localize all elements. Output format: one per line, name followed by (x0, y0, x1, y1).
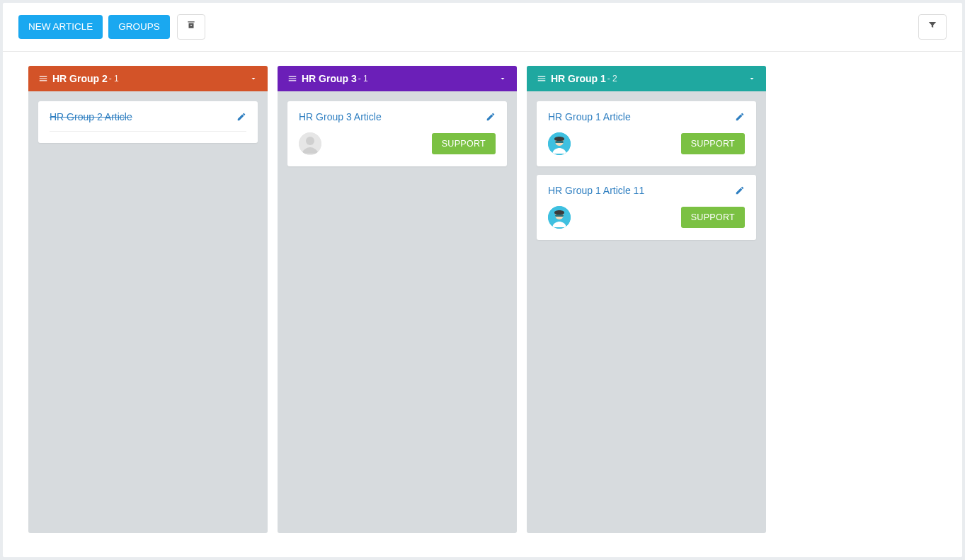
column-title: HR Group 2 (52, 73, 108, 84)
column: HR Group 1 - 2HR Group 1 ArticleSUPPORTH… (527, 66, 766, 533)
article-card[interactable]: HR Group 1 Article 11SUPPORT (537, 175, 756, 240)
column-header[interactable]: HR Group 1 - 2 (527, 66, 766, 91)
chevron-down-icon[interactable] (249, 74, 258, 83)
groups-button[interactable]: GROUPS (108, 15, 170, 40)
support-badge[interactable]: SUPPORT (681, 133, 745, 154)
filter-button[interactable] (918, 14, 947, 40)
avatar-placeholder-icon[interactable] (299, 132, 321, 155)
new-article-button[interactable]: NEW ARTICLE (18, 15, 103, 40)
column: HR Group 3 - 1HR Group 3 ArticleSUPPORT (278, 66, 517, 533)
article-title-link[interactable]: HR Group 1 Article (548, 111, 631, 122)
chevron-down-icon[interactable] (498, 74, 507, 83)
app-container: NEW ARTICLE GROUPS HR Group 2 - 1HR Grou… (3, 3, 962, 557)
card-title-row: HR Group 2 Article (50, 111, 246, 122)
card-title-row: HR Group 1 Article 11 (548, 185, 745, 196)
column-body: HR Group 3 ArticleSUPPORT (278, 91, 517, 533)
card-footer: SUPPORT (548, 206, 745, 229)
article-title-link[interactable]: HR Group 1 Article 11 (548, 185, 644, 196)
column-body: HR Group 2 Article (28, 91, 268, 533)
toolbar: NEW ARTICLE GROUPS (3, 3, 962, 52)
edit-icon[interactable] (236, 112, 246, 122)
drag-icon[interactable] (287, 74, 297, 84)
column-count: - 1 (109, 74, 119, 84)
archive-button[interactable] (177, 14, 205, 40)
article-card[interactable]: HR Group 2 Article (38, 101, 258, 143)
edit-icon[interactable] (486, 112, 496, 122)
svg-point-1 (306, 137, 314, 145)
card-title-row: HR Group 1 Article (548, 111, 745, 122)
column-count: - 2 (607, 74, 617, 84)
archive-icon (186, 20, 196, 34)
column-count: - 1 (358, 74, 368, 84)
drag-icon[interactable] (537, 74, 547, 84)
column-title: HR Group 1 (551, 73, 606, 84)
avatar-user-icon[interactable] (548, 206, 571, 229)
avatar-user-icon[interactable] (548, 132, 571, 155)
edit-icon[interactable] (735, 112, 745, 122)
chevron-down-icon[interactable] (748, 74, 756, 83)
column-header[interactable]: HR Group 3 - 1 (278, 66, 517, 91)
article-card[interactable]: HR Group 1 ArticleSUPPORT (537, 101, 756, 166)
card-footer: SUPPORT (299, 132, 496, 155)
column-title: HR Group 3 (302, 73, 357, 84)
column: HR Group 2 - 1HR Group 2 Article (28, 66, 268, 533)
drag-icon[interactable] (38, 74, 48, 84)
support-badge[interactable]: SUPPORT (681, 207, 745, 228)
article-card[interactable]: HR Group 3 ArticleSUPPORT (287, 101, 507, 166)
card-divider (50, 131, 246, 132)
support-badge[interactable]: SUPPORT (432, 133, 496, 154)
filter-icon (927, 20, 937, 34)
column-body: HR Group 1 ArticleSUPPORTHR Group 1 Arti… (527, 91, 766, 533)
svg-rect-7 (555, 215, 564, 217)
edit-icon[interactable] (735, 185, 745, 195)
svg-rect-4 (555, 141, 564, 143)
card-title-row: HR Group 3 Article (299, 111, 496, 122)
board: HR Group 2 - 1HR Group 2 ArticleHR Group… (3, 52, 962, 554)
column-header[interactable]: HR Group 2 - 1 (28, 66, 268, 91)
article-title-link[interactable]: HR Group 2 Article (50, 111, 132, 122)
card-footer: SUPPORT (548, 132, 745, 155)
article-title-link[interactable]: HR Group 3 Article (299, 111, 382, 122)
